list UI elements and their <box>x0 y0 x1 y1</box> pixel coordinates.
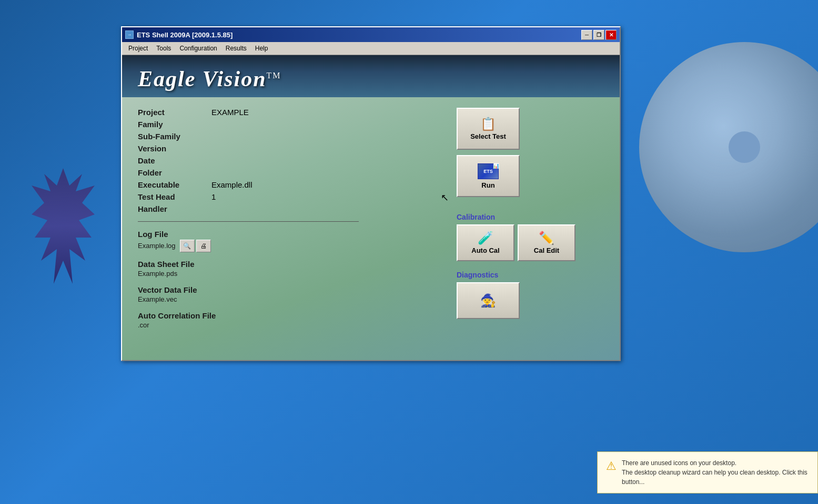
project-value: EXAMPLE <box>211 108 249 117</box>
main-window: → ETS Shell 2009A [2009.1.5.85] ─ ❐ ✕ Pr… <box>121 26 621 361</box>
folder-label: Folder <box>138 168 211 177</box>
close-button[interactable]: ✕ <box>605 30 617 40</box>
content-body: Project EXAMPLE Family Sub-Family Versio… <box>122 97 620 360</box>
testhead-label: Test Head <box>138 192 211 201</box>
app-icon: → <box>125 30 134 39</box>
vector-data-row: Vector Data File Example.vec <box>138 285 441 304</box>
executable-label: Executable <box>138 180 211 189</box>
diagnostics-title: Diagnostics <box>457 271 520 279</box>
calibration-section: Calibration 🧪 Auto Cal ✏️ Cal Edit <box>457 213 575 261</box>
cal-edit-label: Cal Edit <box>534 246 559 254</box>
data-sheet-value: Example.pds <box>138 270 177 277</box>
auto-correlation-label: Auto Correlation File <box>138 311 441 320</box>
content-area: Eagle VisionTM Project EXAMPLE Family <box>122 55 620 360</box>
log-file-label: Log File <box>138 230 441 239</box>
minimize-button[interactable]: ─ <box>581 30 592 40</box>
title-bar: → ETS Shell 2009A [2009.1.5.85] ─ ❐ ✕ <box>122 27 620 42</box>
menu-results[interactable]: Results <box>221 43 251 54</box>
calibration-buttons: 🧪 Auto Cal ✏️ Cal Edit <box>457 224 575 261</box>
auto-correlation-value: .cor <box>138 321 149 329</box>
auto-cal-icon: 🧪 <box>478 232 493 244</box>
section-divider <box>138 221 359 222</box>
vector-data-value: Example.vec <box>138 295 177 303</box>
cursor-icon: ↖ <box>441 192 449 203</box>
testhead-row: Test Head 1 <box>138 192 441 201</box>
brand-title: Eagle VisionTM <box>138 66 281 91</box>
executable-row: Executable Example.dll <box>138 180 441 189</box>
menu-project[interactable]: Project <box>124 43 152 54</box>
log-print-button[interactable]: 🖨 <box>196 240 211 252</box>
testhead-value: 1 <box>211 192 216 201</box>
file-section: Log File Example.log 🔍 🖨 Data Sheet File <box>138 230 441 330</box>
log-file-value-row: Example.log 🔍 🖨 <box>138 239 441 252</box>
window-title: ETS Shell 2009A [2009.1.5.85] <box>137 31 233 39</box>
select-test-icon: 📋 <box>480 118 496 130</box>
cal-edit-icon: ✏️ <box>539 232 554 244</box>
date-row: Date <box>138 156 441 165</box>
title-bar-left: → ETS Shell 2009A [2009.1.5.85] <box>125 30 233 39</box>
cal-edit-button[interactable]: ✏️ Cal Edit <box>518 224 575 261</box>
log-file-row: Log File Example.log 🔍 🖨 <box>138 230 441 252</box>
ets-icon: ETS 📊 <box>478 163 499 179</box>
project-label: Project <box>138 108 211 117</box>
brand-header: Eagle VisionTM <box>122 55 620 97</box>
handler-label: Handler <box>138 204 211 213</box>
menu-tools[interactable]: Tools <box>152 43 175 54</box>
date-label: Date <box>138 156 211 165</box>
run-button[interactable]: ETS 📊 Run <box>457 155 520 197</box>
executable-value: Example.dll <box>211 180 253 189</box>
diagnostics-icon: 🧙 <box>480 294 496 307</box>
notification-box: ⚠ There are unused icons on your desktop… <box>597 451 818 493</box>
select-test-label: Select Test <box>470 132 506 140</box>
version-row: Version <box>138 144 441 153</box>
auto-correlation-row: Auto Correlation File .cor <box>138 311 441 330</box>
auto-cal-label: Auto Cal <box>471 246 499 254</box>
notification-text: There are unused icons on your desktop. … <box>622 458 809 487</box>
diagnostics-button[interactable]: 🧙 <box>457 282 520 319</box>
version-label: Version <box>138 144 211 153</box>
log-search-button[interactable]: 🔍 <box>180 240 195 252</box>
data-sheet-row: Data Sheet File Example.pds <box>138 260 441 278</box>
menu-bar: Project Tools Configuration Results Help <box>122 42 620 55</box>
handler-row: Handler <box>138 204 441 213</box>
restore-button[interactable]: ❐ <box>593 30 604 40</box>
subfamily-row: Sub-Family <box>138 132 441 141</box>
project-info-table: Project EXAMPLE Family Sub-Family Versio… <box>138 108 441 213</box>
vector-data-label: Vector Data File <box>138 285 441 294</box>
auto-cal-button[interactable]: 🧪 Auto Cal <box>457 224 514 261</box>
left-panel: Project EXAMPLE Family Sub-Family Versio… <box>138 108 441 349</box>
right-panel: 📋 Select Test ETS 📊 Run ↖ Ca <box>457 108 604 349</box>
data-sheet-label: Data Sheet File <box>138 260 441 269</box>
menu-configuration[interactable]: Configuration <box>175 43 221 54</box>
folder-row: Folder <box>138 168 441 177</box>
family-label: Family <box>138 120 211 129</box>
project-row: Project EXAMPLE <box>138 108 441 117</box>
window-controls: ─ ❐ ✕ <box>581 30 617 40</box>
select-test-button[interactable]: 📋 Select Test <box>457 108 520 150</box>
calibration-title: Calibration <box>457 213 575 221</box>
family-row: Family <box>138 120 441 129</box>
log-file-value: Example.log <box>138 242 176 250</box>
log-file-icons: 🔍 🖨 <box>180 240 211 252</box>
subfamily-label: Sub-Family <box>138 132 211 141</box>
warning-icon: ⚠ <box>606 459 617 473</box>
menu-help[interactable]: Help <box>251 43 272 54</box>
diagnostics-section: Diagnostics 🧙 <box>457 271 520 319</box>
run-label: Run <box>481 181 494 189</box>
